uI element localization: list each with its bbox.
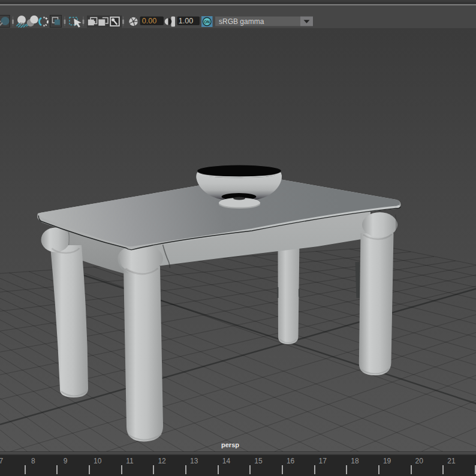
svg-text:1.00: 1.00 — [179, 17, 193, 25]
svg-text:ON: ON — [204, 20, 210, 24]
svg-text:0.00: 0.00 — [142, 17, 156, 25]
svg-text:persp: persp — [221, 441, 239, 448]
svg-text:sRGB gamma: sRGB gamma — [219, 17, 264, 26]
